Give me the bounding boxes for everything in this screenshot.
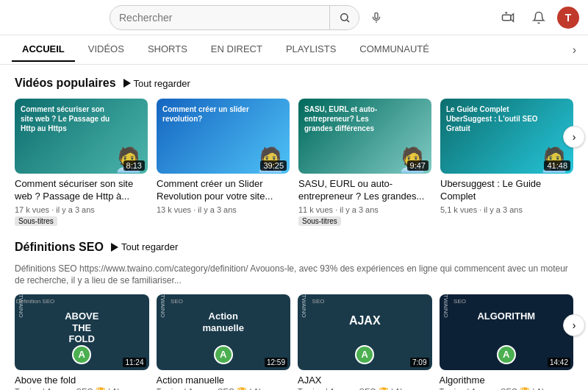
seo-meta-3: Twaino | Agence SEO 🏆 | Alexan... xyxy=(298,387,432,390)
subtitle-badge-1: Sous-titres xyxy=(15,216,57,226)
popular-scroll-right[interactable]: › xyxy=(563,126,585,148)
tab-playlists[interactable]: PLAYLISTS xyxy=(276,38,346,62)
popular-section-header: Vidéos populaires Tout regarder xyxy=(15,77,573,90)
video-info-2: Comment créer un Slider Revolution pour … xyxy=(157,178,290,214)
seo-title-4: Algorithme xyxy=(440,375,574,386)
video-thumb-3: SASU, EURL et auto-entrepreneur? Les gra… xyxy=(298,99,431,174)
thumb-text-3: SASU, EURL et auto-entrepreneur? Les gra… xyxy=(304,104,398,133)
video-card-2[interactable]: Comment créer un slider revolution? 🧑‍💼 … xyxy=(157,99,290,226)
seo-duration-3: 7:09 xyxy=(410,358,429,367)
mic-button[interactable] xyxy=(364,5,389,30)
svg-line-1 xyxy=(347,20,349,22)
thumb-text-1: Comment sécuriser son site web ? Le Pass… xyxy=(21,104,114,133)
duration-3: 9:47 xyxy=(407,160,429,171)
notifications-button[interactable] xyxy=(526,5,551,30)
seo-tag-1: Définition SEO xyxy=(16,298,54,305)
seo-description: Définitions SEO https://www.twaino.com/c… xyxy=(15,263,573,288)
seo-scroll-right[interactable]: › xyxy=(563,314,585,336)
seo-section-title: Définitions SEO xyxy=(15,241,104,254)
seo-section-header: Définitions SEO Tout regarder xyxy=(15,241,573,254)
twaino-avatar-3: A xyxy=(355,345,374,364)
seo-thumb-2: TWAINO SEO Actionmanuelle A 12:59 xyxy=(157,294,291,370)
seo-card-4[interactable]: TWAINO SEO ALGORITHM A 14:42 Algorithme … xyxy=(440,294,574,390)
seo-duration-4: 14:42 xyxy=(548,358,570,367)
popular-section-title: Vidéos populaires xyxy=(15,77,116,90)
seo-card-2[interactable]: TWAINO SEO Actionmanuelle A 12:59 Action… xyxy=(157,294,291,390)
seo-thumb-1: TWAINO Définition SEO ABOVETHEFOLD A 11:… xyxy=(15,294,149,370)
seo-play-icon xyxy=(111,243,118,252)
seo-meta-2: Twaino | Agence SEO 🏆 | Alexan... xyxy=(157,387,291,390)
create-button[interactable] xyxy=(495,5,520,30)
seo-tag-4: SEO xyxy=(453,298,466,305)
twaino-label-3: TWAINO xyxy=(301,294,307,370)
video-meta-4: 5,1 k vues · il y a 3 ans xyxy=(440,205,573,214)
tab-shorts[interactable]: SHORTS xyxy=(137,38,198,62)
seo-word-4: ALGORITHM xyxy=(440,311,574,322)
search-bar xyxy=(110,5,359,30)
popular-watch-all-label: Tout regarder xyxy=(134,78,190,89)
seo-watch-all-label: Tout regarder xyxy=(121,241,178,252)
avatar[interactable]: T xyxy=(557,7,579,29)
seo-card-1[interactable]: TWAINO Définition SEO ABOVETHEFOLD A 11:… xyxy=(15,294,149,390)
search-input[interactable] xyxy=(110,12,329,24)
seo-meta-1: Twaino | Agence SEO 🏆 | Alexan... xyxy=(15,387,149,390)
nav-chevron-icon[interactable]: › xyxy=(573,43,576,57)
duration-4: 41:48 xyxy=(544,160,570,171)
thumb-text-2: Comment créer un slider revolution? xyxy=(162,104,256,124)
video-card-3[interactable]: SASU, EURL et auto-entrepreneur? Les gra… xyxy=(298,99,431,226)
seo-word-3: AJAX xyxy=(298,313,432,327)
seo-title-2: Action manuelle xyxy=(157,375,291,386)
duration-1: 8:13 xyxy=(123,160,145,171)
svg-marker-5 xyxy=(511,13,514,21)
seo-info-4: Algorithme Twaino | Agence SEO 🏆 | Alexa… xyxy=(440,375,574,390)
twaino-avatar-4: A xyxy=(497,345,516,364)
video-title-4: Ubersuggest : Le Guide Complet xyxy=(440,178,573,203)
seo-thumb-3: TWAINO SEO AJAX A 7:09 xyxy=(298,294,432,370)
seo-watch-all[interactable]: Tout regarder xyxy=(111,241,178,252)
play-icon xyxy=(123,79,131,88)
seo-tag-2: SEO xyxy=(171,298,183,305)
seo-videos-row: TWAINO Définition SEO ABOVETHEFOLD A 11:… xyxy=(15,294,573,390)
duration-2: 39:25 xyxy=(260,160,287,171)
header-right: T xyxy=(495,5,579,30)
header: T xyxy=(0,0,588,35)
subtitle-badge-3: Sous-titres xyxy=(298,216,341,226)
tab-videos[interactable]: VIDÉOS xyxy=(78,38,135,62)
video-thumb-4: Le Guide Complet UberSuggest : L'outil S… xyxy=(440,99,573,174)
video-meta-1: 17 k vues · il y a 3 ans xyxy=(15,205,148,214)
tab-accueil[interactable]: ACCUEIL xyxy=(12,38,75,62)
tab-en-direct[interactable]: EN DIRECT xyxy=(201,38,273,62)
seo-title-3: AJAX xyxy=(298,375,432,386)
search-button[interactable] xyxy=(329,5,359,30)
video-title-2: Comment créer un Slider Revolution pour … xyxy=(157,178,290,203)
tab-communaute[interactable]: COMMUNAUTÉ xyxy=(349,38,440,62)
seo-meta-4: Twaino | Agence SEO 🏆 | Alexan... xyxy=(440,387,574,390)
nav-tabs: ACCUEIL VIDÉOS SHORTS EN DIRECT PLAYLIST… xyxy=(0,35,588,65)
popular-watch-all[interactable]: Tout regarder xyxy=(123,78,190,89)
thumb-text-4: Le Guide Complet UberSuggest : L'outil S… xyxy=(446,104,539,133)
seo-duration-2: 12:59 xyxy=(265,358,287,367)
popular-videos-row: Comment sécuriser son site web ? Le Pass… xyxy=(15,99,573,226)
video-title-1: Comment sécuriser son site web ? Passage… xyxy=(15,178,148,203)
video-thumb-2: Comment créer un slider revolution? 🧑‍💼 … xyxy=(157,99,290,174)
seo-title-1: Above the fold xyxy=(15,375,149,386)
main-content: Vidéos populaires Tout regarder Comment … xyxy=(0,65,588,390)
video-meta-2: 13 k vues · il y a 3 ans xyxy=(157,205,290,214)
svg-rect-4 xyxy=(503,15,511,21)
video-title-3: SASU, EURL ou auto-entrepreneur ? Les gr… xyxy=(298,178,431,203)
twaino-avatar-2: A xyxy=(214,345,233,364)
seo-duration-1: 11:24 xyxy=(123,358,146,367)
search-area xyxy=(9,5,490,30)
twaino-label-4: TWAINO xyxy=(442,294,449,370)
video-card-1[interactable]: Comment sécuriser son site web ? Le Pass… xyxy=(15,99,148,226)
video-info-3: SASU, EURL ou auto-entrepreneur ? Les gr… xyxy=(298,178,431,226)
video-card-4[interactable]: Le Guide Complet UberSuggest : L'outil S… xyxy=(440,99,573,226)
video-thumb-1: Comment sécuriser son site web ? Le Pass… xyxy=(15,99,148,174)
seo-thumb-4: TWAINO SEO ALGORITHM A 14:42 xyxy=(440,294,574,370)
seo-card-3[interactable]: TWAINO SEO AJAX A 7:09 AJAX Twaino | Age… xyxy=(298,294,432,390)
svg-point-0 xyxy=(340,13,347,20)
svg-rect-2 xyxy=(375,13,378,18)
seo-word-1: ABOVETHEFOLD xyxy=(15,311,149,345)
video-meta-3: 11 k vues · il y a 3 ans xyxy=(298,205,431,214)
seo-word-2: Actionmanuelle xyxy=(157,311,291,333)
